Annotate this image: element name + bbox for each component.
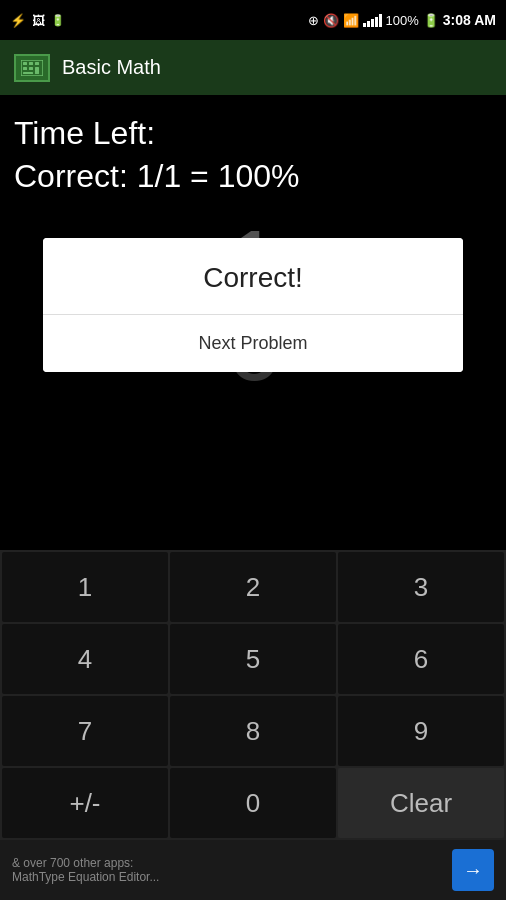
key-0[interactable]: 0 <box>170 768 336 838</box>
key-plus-minus[interactable]: +/- <box>2 768 168 838</box>
app-title: Basic Math <box>62 56 161 79</box>
key-2[interactable]: 2 <box>170 552 336 622</box>
svg-rect-4 <box>23 67 27 70</box>
svg-rect-5 <box>29 67 33 70</box>
app-icon <box>14 54 50 82</box>
svg-rect-2 <box>29 62 33 65</box>
signal-bars <box>363 13 382 27</box>
battery-small-icon: 🔋 <box>51 14 65 27</box>
time: 3:08 AM <box>443 12 496 28</box>
correct-label: Correct: 1/1 = 100% <box>14 158 492 195</box>
usb-icon: ⚡ <box>10 13 26 28</box>
clear-button[interactable]: Clear <box>338 768 504 838</box>
key-1[interactable]: 1 <box>2 552 168 622</box>
bottom-banner: & over 700 other apps: MathType Equation… <box>0 840 506 900</box>
banner-arrow-button[interactable]: → <box>452 849 494 891</box>
status-left-icons: ⚡ 🖼 🔋 <box>10 13 65 28</box>
nav-icon: ⊕ <box>308 13 319 28</box>
banner-text-line2: MathType Equation Editor... <box>12 870 159 884</box>
battery-icon: 🔋 <box>423 13 439 28</box>
number-display: 1 6 Correct! Next Problem <box>14 205 492 405</box>
svg-rect-7 <box>23 72 33 74</box>
arrow-right-icon: → <box>463 859 483 882</box>
key-8[interactable]: 8 <box>170 696 336 766</box>
next-problem-button[interactable]: Next Problem <box>43 315 463 372</box>
calculator-icon <box>21 60 43 76</box>
key-3[interactable]: 3 <box>338 552 504 622</box>
banner-text-line1: & over 700 other apps: <box>12 856 159 870</box>
key-6[interactable]: 6 <box>338 624 504 694</box>
dialog-overlay: Correct! Next Problem <box>14 205 492 405</box>
keypad-area: 1 2 3 4 5 6 7 8 9 +/- 0 Clear <box>0 550 506 840</box>
svg-rect-3 <box>35 62 39 65</box>
main-content: Time Left: Correct: 1/1 = 100% 1 6 Corre… <box>0 95 506 415</box>
battery-pct: 100% <box>386 13 419 28</box>
key-5[interactable]: 5 <box>170 624 336 694</box>
time-left-label: Time Left: <box>14 115 492 152</box>
status-bar: ⚡ 🖼 🔋 ⊕ 🔇 📶 100% 🔋 3:08 AM <box>0 0 506 40</box>
svg-rect-1 <box>23 62 27 65</box>
image-icon: 🖼 <box>32 13 45 28</box>
dialog: Correct! Next Problem <box>43 238 463 372</box>
key-9[interactable]: 9 <box>338 696 504 766</box>
status-right-icons: ⊕ 🔇 📶 100% 🔋 3:08 AM <box>308 12 496 28</box>
banner-text-container: & over 700 other apps: MathType Equation… <box>12 856 159 884</box>
keypad: 1 2 3 4 5 6 7 8 9 +/- 0 Clear <box>0 550 506 840</box>
key-4[interactable]: 4 <box>2 624 168 694</box>
dialog-title: Correct! <box>43 238 463 314</box>
svg-rect-6 <box>35 67 39 74</box>
key-7[interactable]: 7 <box>2 696 168 766</box>
mute-icon: 🔇 <box>323 13 339 28</box>
app-bar: Basic Math <box>0 40 506 95</box>
wifi-icon: 📶 <box>343 13 359 28</box>
